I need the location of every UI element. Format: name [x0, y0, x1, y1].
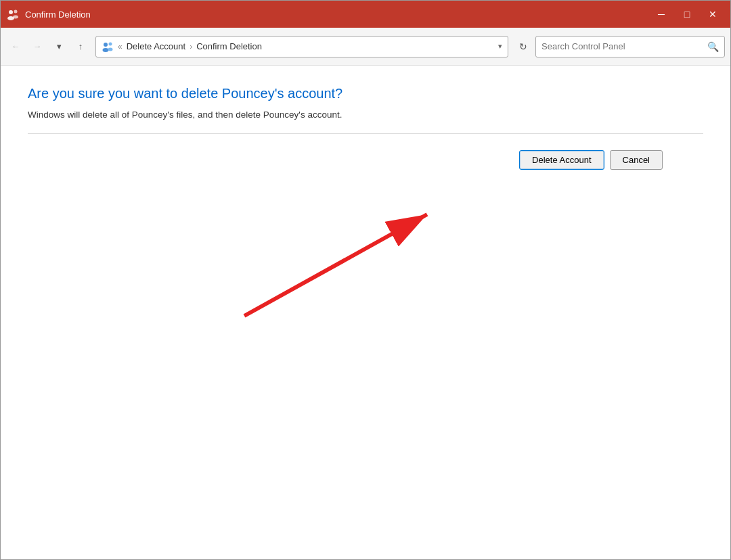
divider: [28, 133, 703, 134]
forward-button[interactable]: →: [28, 37, 47, 56]
content-area: Are you sure you want to delete Pouncey'…: [1, 66, 730, 559]
window-icon: [6, 7, 20, 21]
forward-icon: →: [33, 41, 42, 51]
breadcrumb-arrow: ›: [190, 42, 192, 51]
back-button[interactable]: ←: [6, 37, 25, 56]
window-controls: ─ □ ✕: [649, 5, 725, 24]
address-icon: [102, 41, 114, 53]
search-icon: 🔍: [707, 41, 719, 52]
svg-point-5: [103, 48, 109, 52]
address-dropdown-icon[interactable]: ▾: [498, 42, 502, 51]
search-bar[interactable]: 🔍: [535, 36, 725, 57]
svg-point-2: [14, 10, 18, 14]
delete-account-button[interactable]: Delete Account: [519, 150, 604, 170]
refresh-button[interactable]: ↻: [514, 37, 533, 56]
address-separator: «: [118, 42, 123, 51]
address-part-2: Confirm Deletion: [196, 41, 262, 51]
up-icon: ↑: [79, 41, 83, 51]
svg-point-7: [108, 47, 113, 51]
svg-point-3: [13, 16, 18, 19]
recent-button[interactable]: ▾: [49, 37, 68, 56]
minimize-button[interactable]: ─: [649, 5, 673, 24]
nav-bar: ← → ▾ ↑ « Delete Account › Confirm Delet…: [1, 28, 730, 66]
question-description: Windows will delete all of Pouncey's fil…: [28, 110, 703, 120]
recent-icon: ▾: [57, 41, 62, 51]
svg-point-6: [109, 42, 112, 45]
search-input[interactable]: [541, 41, 703, 51]
cancel-button[interactable]: Cancel: [610, 150, 663, 170]
maximize-button[interactable]: □: [675, 5, 699, 24]
close-button[interactable]: ✕: [701, 5, 725, 24]
refresh-icon: ↻: [519, 41, 527, 52]
title-bar: Confirm Deletion ─ □ ✕: [1, 1, 730, 28]
window-title: Confirm Deletion: [25, 9, 649, 20]
question-title: Are you sure you want to delete Pouncey'…: [28, 86, 703, 101]
back-icon: ←: [12, 41, 20, 51]
svg-point-4: [104, 43, 108, 47]
svg-point-0: [9, 10, 13, 14]
address-bar[interactable]: « Delete Account › Confirm Deletion ▾: [95, 36, 508, 57]
window: Confirm Deletion ─ □ ✕ ← → ▾ ↑: [0, 0, 731, 560]
address-part-1[interactable]: Delete Account: [127, 41, 185, 51]
annotation-arrow: [238, 201, 454, 323]
up-button[interactable]: ↑: [71, 37, 90, 56]
svg-line-9: [244, 214, 427, 316]
action-buttons: Delete Account Cancel: [28, 150, 703, 170]
